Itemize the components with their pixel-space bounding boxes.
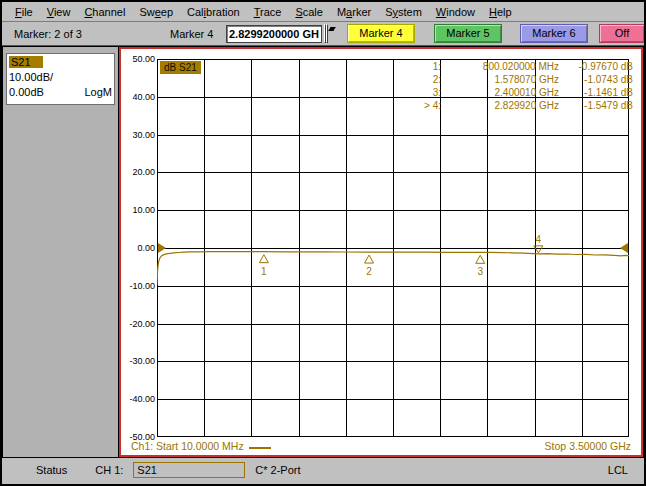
svg-text:4: 4 — [536, 234, 542, 245]
menu-item-scale[interactable]: Scale — [288, 4, 330, 20]
marker-2-readout: 2:1.578070 GHz-1.0743 dB — [415, 73, 633, 86]
main-area: S21 10.00dB/ 0.00dB LogM 50.0040.0030.00… — [2, 46, 644, 458]
y-tick-label: -30.00 — [121, 356, 155, 366]
y-tick-label: 0.00 — [121, 243, 155, 253]
menu-item-channel[interactable]: Channel — [77, 4, 132, 20]
svg-text:1: 1 — [261, 266, 267, 277]
marker-toolbar-button-off[interactable]: Off — [599, 24, 645, 43]
marker4-field-label: Marker 4 — [170, 28, 213, 40]
grid-lines — [157, 59, 629, 437]
frequency-spinner — [324, 25, 338, 43]
measurement-label: S21 — [137, 464, 157, 476]
menu-item-window[interactable]: Window — [429, 4, 482, 20]
y-tick-label: -10.00 — [121, 281, 155, 291]
menu-item-system[interactable]: System — [378, 4, 429, 20]
marker-1-readout: 1:800.020000 MHz-0.97670 dB — [415, 60, 633, 73]
marker-status-text: Marker: 2 of 3 — [14, 28, 82, 40]
stop-frequency-label: Stop 3.50000 GHz — [545, 440, 631, 452]
marker-4-readout: > 4:2.829920 GHz-1.5479 dB — [415, 99, 633, 112]
trace-format-badge: dB S21 — [160, 61, 201, 74]
y-tick-label: 30.00 — [121, 130, 155, 140]
trace-sidebar: S21 10.00dB/ 0.00dB LogM — [3, 47, 118, 457]
marker-readouts: 1:800.020000 MHz-0.97670 dB2:1.578070 GH… — [415, 60, 633, 112]
marker-toolbar-button-marker-6[interactable]: Marker 6 — [520, 24, 588, 43]
x-axis-annotation: Ch1: Start 10.0000 MHz Stop 3.50000 GHz — [131, 440, 631, 454]
status-bar: Status CH 1: S21 C* 2-Port LCL — [2, 458, 644, 482]
menu-item-sweep[interactable]: Sweep — [132, 4, 180, 20]
svg-text:2: 2 — [366, 266, 372, 277]
menu-item-trace[interactable]: Trace — [247, 4, 289, 20]
menu-bar: FileViewChannelSweepCalibrationTraceScal… — [2, 2, 644, 22]
active-trace-label[interactable]: S21 — [9, 56, 43, 68]
marker-toolbar: Marker: 2 of 3 Marker 4 Marker 4Marker 5… — [2, 22, 644, 46]
menu-item-view[interactable]: View — [40, 4, 78, 20]
menu-item-help[interactable]: Help — [482, 4, 519, 20]
reference-level-indicator-right — [620, 243, 628, 253]
marker-toolbar-button-marker-5[interactable]: Marker 5 — [434, 24, 502, 43]
trace-scale-label: 10.00dB/ — [9, 70, 112, 85]
lcl-indicator: LCL — [608, 464, 628, 476]
measurement-box: S21 — [133, 462, 245, 478]
application-window: FileViewChannelSweepCalibrationTraceScal… — [0, 0, 646, 486]
y-tick-label: 10.00 — [121, 205, 155, 215]
trace-legend-dash — [249, 447, 271, 449]
marker-1-symbol[interactable]: 1 — [259, 255, 268, 277]
y-tick-label: -40.00 — [121, 394, 155, 404]
y-tick-label: -20.00 — [121, 319, 155, 329]
svg-text:3: 3 — [477, 266, 483, 277]
marker-2-symbol[interactable]: 2 — [365, 255, 374, 277]
menu-item-calibration[interactable]: Calibration — [180, 4, 247, 20]
marker-3-readout: 3:2.400010 GHz-1.1461 dB — [415, 86, 633, 99]
spinner-down-button[interactable] — [326, 24, 328, 43]
start-frequency-label: Ch1: Start 10.0000 MHz — [131, 440, 244, 452]
plot-grid-area[interactable]: 1234 — [157, 59, 629, 437]
marker4-frequency-input[interactable] — [226, 25, 322, 43]
reference-level-indicator-left — [158, 243, 166, 253]
trace-format-label: LogM — [84, 85, 112, 100]
y-tick-label: 40.00 — [121, 92, 155, 102]
cal-status-label: C* 2-Port — [255, 464, 300, 476]
menu-item-file[interactable]: File — [8, 4, 40, 20]
marker-toolbar-button-marker-4[interactable]: Marker 4 — [347, 24, 415, 43]
trace-status-box: S21 10.00dB/ 0.00dB LogM — [6, 53, 115, 105]
trace-ref-label: 0.00dB — [9, 85, 44, 100]
menu-item-marker[interactable]: Marker — [330, 4, 378, 20]
y-tick-label: 20.00 — [121, 167, 155, 177]
channel-label: CH 1: — [95, 464, 123, 476]
plot-window: 50.0040.0030.0020.0010.000.00-10.00-20.0… — [119, 47, 643, 457]
y-tick-label: 50.00 — [121, 54, 155, 64]
marker-3-symbol[interactable]: 3 — [476, 255, 485, 277]
status-label: Status — [36, 464, 67, 476]
